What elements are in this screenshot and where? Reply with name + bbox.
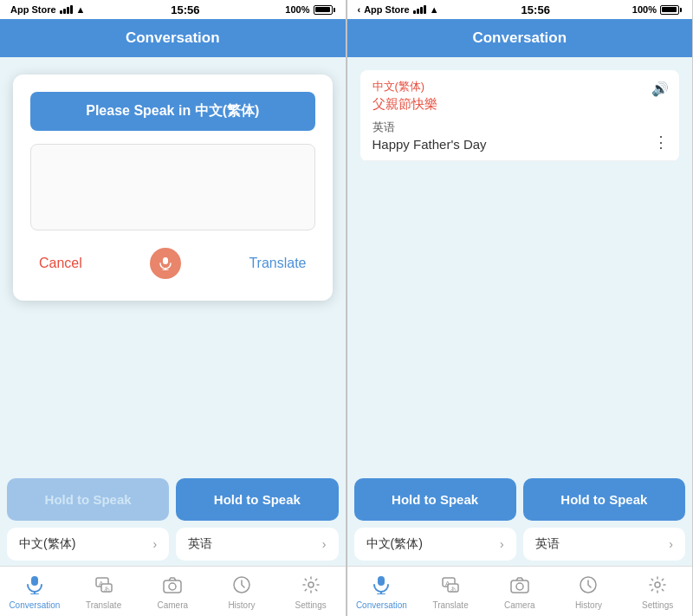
tab-camera-right[interactable]: Camera xyxy=(485,570,554,614)
tab-label-translate-left: Translate xyxy=(86,600,121,610)
conv-text-1: 父親節快樂 xyxy=(372,96,668,113)
battery-pct-left: 100% xyxy=(285,4,309,15)
content-right: 🔊 中文(繁体) 父親節快樂 英语 Happy Father's Day ⋮ xyxy=(347,57,693,471)
status-left-right: ‹ App Store ▲ xyxy=(358,4,439,15)
cancel-button[interactable]: Cancel xyxy=(39,256,82,271)
tab-bar-right: Conversation A あ Translate Ca xyxy=(347,566,693,616)
battery-icon-left xyxy=(314,5,335,15)
lang-select-right-1[interactable]: 中文(繁体) › xyxy=(354,528,516,561)
app-store-label-left: App Store xyxy=(10,4,56,15)
panel-right: ‹ App Store ▲ 15:56 100% Conversation xyxy=(347,0,694,616)
tab-settings-right[interactable]: Settings xyxy=(623,570,692,614)
wifi-icon-right: ▲ xyxy=(430,4,439,15)
back-arrow-right: ‹ xyxy=(358,4,361,15)
content-left: Please Speak in 中文(繁体) Cancel Translate xyxy=(0,57,346,471)
header-right: Conversation xyxy=(347,19,693,57)
app-store-label-right: App Store xyxy=(364,4,410,15)
svg-rect-14 xyxy=(378,576,385,586)
tab-translate-right[interactable]: A あ Translate xyxy=(416,570,485,614)
lang-label-left-2: 英语 xyxy=(188,536,212,552)
tab-label-camera-left: Camera xyxy=(157,600,188,610)
chevron-icon-left-1: › xyxy=(153,537,158,551)
time-left: 15:56 xyxy=(171,3,199,16)
chevron-icon-right-2: › xyxy=(669,537,673,551)
panel-left: App Store ▲ 15:56 100% Conversation xyxy=(0,0,346,616)
mic-tab-icon-left xyxy=(25,575,44,599)
svg-text:あ: あ xyxy=(450,586,457,593)
tab-bar-left: Conversation A あ Translate Ca xyxy=(0,566,346,616)
translate-tab-icon-right: A あ xyxy=(441,575,460,599)
lang-select-left-1[interactable]: 中文(繁体) › xyxy=(7,528,169,561)
tab-camera-left[interactable]: Camera xyxy=(138,570,207,614)
tab-label-history-left: History xyxy=(228,600,255,610)
settings-tab-icon-left xyxy=(301,575,321,599)
tab-conversation-right[interactable]: Conversation xyxy=(347,570,417,614)
tab-settings-left[interactable]: Settings xyxy=(276,570,346,614)
camera-tab-icon-right xyxy=(510,575,529,599)
settings-tab-icon-right xyxy=(648,575,667,599)
more-icon[interactable]: ⋮ xyxy=(653,134,669,150)
conv-item-1: 🔊 中文(繁体) 父親節快樂 英语 Happy Father's Day ⋮ xyxy=(360,70,680,161)
conv-lang-2: 英语 xyxy=(372,120,668,135)
speak-modal-title: Please Speak in 中文(繁体) xyxy=(30,92,315,131)
svg-rect-3 xyxy=(31,576,38,586)
conversation-list: 🔊 中文(繁体) 父親節快樂 英语 Happy Father's Day ⋮ xyxy=(360,70,680,161)
tab-label-history-right: History xyxy=(575,600,602,610)
svg-rect-21 xyxy=(511,580,528,593)
mic-tab-icon-right xyxy=(372,575,391,599)
svg-rect-10 xyxy=(164,580,181,593)
hold-to-speak-btn-right-2[interactable]: Hold to Speak xyxy=(523,478,685,521)
conv-text-2: Happy Father's Day xyxy=(372,137,668,152)
mic-button[interactable] xyxy=(150,248,181,279)
tab-label-settings-left: Settings xyxy=(295,600,327,610)
history-tab-icon-right xyxy=(579,575,598,599)
battery-icon-right xyxy=(660,5,682,15)
tab-history-right[interactable]: History xyxy=(554,570,624,614)
svg-point-13 xyxy=(308,582,314,587)
tab-label-conversation-left: Conversation xyxy=(9,600,60,610)
hold-to-speak-area-right: Hold to Speak Hold to Speak xyxy=(347,471,693,524)
lang-select-left-2[interactable]: 英语 › xyxy=(176,528,338,561)
speak-modal-body xyxy=(30,144,315,230)
svg-point-22 xyxy=(516,583,523,590)
chevron-icon-left-2: › xyxy=(322,537,327,551)
hold-to-speak-btn-left-2[interactable]: Hold to Speak xyxy=(176,478,338,521)
signal-icon-right xyxy=(413,5,426,14)
hold-to-speak-area-left: Hold to Speak Hold to Speak xyxy=(0,471,346,524)
lang-select-area-left: 中文(繁体) › 英语 › xyxy=(0,524,346,566)
status-right-left: 100% xyxy=(285,4,334,15)
tab-translate-left[interactable]: A あ Translate xyxy=(69,570,139,614)
speak-modal-footer: Cancel Translate xyxy=(30,243,315,283)
status-right-right: 100% xyxy=(632,4,682,15)
svg-point-24 xyxy=(655,582,660,587)
tab-label-translate-right: Translate xyxy=(432,600,468,610)
svg-text:あ: あ xyxy=(104,586,110,593)
translate-button[interactable]: Translate xyxy=(249,256,306,271)
tab-label-settings-right: Settings xyxy=(642,600,673,610)
lang-label-right-2: 英语 xyxy=(535,536,560,552)
speak-modal: Please Speak in 中文(繁体) Cancel Translate xyxy=(13,75,333,301)
tab-label-conversation-right: Conversation xyxy=(356,600,407,610)
signal-icon-left xyxy=(60,5,73,14)
lang-select-right-2[interactable]: 英语 › xyxy=(523,528,685,561)
status-bar-right: ‹ App Store ▲ 15:56 100% xyxy=(347,0,693,19)
camera-tab-icon-left xyxy=(163,575,182,599)
tab-label-camera-right: Camera xyxy=(504,600,535,610)
speaker-icon[interactable]: 🔊 xyxy=(651,81,669,97)
lang-select-area-right: 中文(繁体) › 英语 › xyxy=(347,524,693,566)
wifi-icon-left: ▲ xyxy=(76,4,86,15)
header-left: Conversation xyxy=(0,19,346,57)
lang-label-left-1: 中文(繁体) xyxy=(19,536,75,552)
tab-conversation-left[interactable]: Conversation xyxy=(0,570,69,614)
time-right: 15:56 xyxy=(521,3,550,16)
hold-to-speak-btn-left-1[interactable]: Hold to Speak xyxy=(7,478,169,521)
status-bar-left: App Store ▲ 15:56 100% xyxy=(0,0,346,19)
hold-to-speak-btn-right-1[interactable]: Hold to Speak xyxy=(354,478,516,521)
svg-rect-0 xyxy=(163,257,168,264)
header-title-left: Conversation xyxy=(126,29,220,47)
battery-pct-right: 100% xyxy=(632,4,657,15)
tab-history-left[interactable]: History xyxy=(207,570,276,614)
status-left-left: App Store ▲ xyxy=(10,4,85,15)
history-tab-icon-left xyxy=(232,575,251,599)
translate-tab-icon-left: A あ xyxy=(94,575,113,599)
